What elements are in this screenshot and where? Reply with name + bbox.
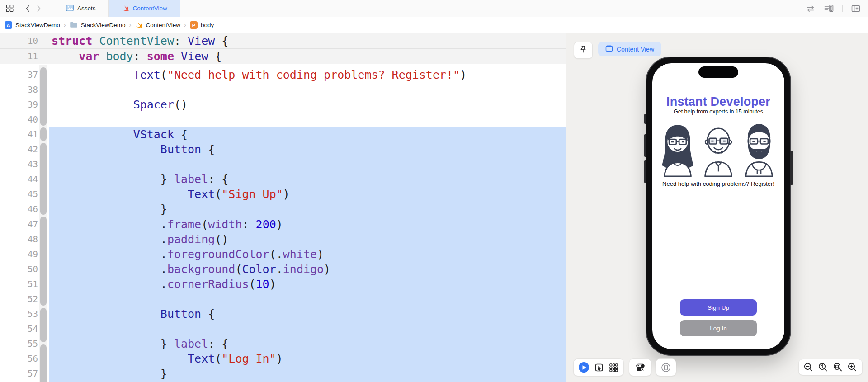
preview-target-chip[interactable]: Content View <box>598 42 661 56</box>
code-line-44[interactable]: 44 } label: { <box>0 172 566 187</box>
breadcrumb-file-label: ContentView <box>146 22 180 28</box>
device-preview-button[interactable] <box>656 358 676 376</box>
breadcrumb: A StackViewDemo › StackViewDemo › Conten… <box>0 17 868 34</box>
expert-avatars-row <box>652 120 784 177</box>
folder-icon <box>70 21 78 29</box>
line-number[interactable]: 49 <box>0 247 38 262</box>
preview-mode-group <box>573 358 624 376</box>
line-number[interactable]: 41 <box>0 127 38 142</box>
code-line-40[interactable]: 40 <box>0 112 566 127</box>
code-line-39[interactable]: 39 Spacer() <box>0 97 566 112</box>
code-line-53[interactable]: 53 Button { <box>0 307 566 321</box>
editor-options-icon[interactable] <box>824 4 834 13</box>
variants-mode-button[interactable] <box>609 363 618 373</box>
line-number[interactable]: 38 <box>0 82 38 97</box>
code-line-46[interactable]: 46 } <box>0 202 566 217</box>
swap-editors-icon[interactable] <box>806 4 816 13</box>
source-editor[interactable]: 10struct ContentView: View {11 var body:… <box>0 33 566 382</box>
pin-preview-button[interactable] <box>574 42 593 59</box>
code-line-49[interactable]: 49 .foregroundColor(.white) <box>0 247 566 262</box>
tab-contentview[interactable]: ContentView <box>109 0 180 17</box>
device-preview-icon <box>660 362 671 373</box>
line-number[interactable]: 44 <box>0 172 38 187</box>
line-number[interactable]: 57 <box>0 366 38 381</box>
line-number[interactable]: 39 <box>0 97 38 112</box>
code-line-37[interactable]: 37 Text("Need help with coding problems?… <box>0 67 566 82</box>
chevron-separator-icon: › <box>129 21 132 28</box>
add-editor-icon[interactable] <box>851 4 861 13</box>
preview-signup-button[interactable]: Sign Up <box>680 299 757 316</box>
line-number[interactable]: 51 <box>0 277 38 292</box>
code-line-52[interactable]: 52 <box>0 292 566 307</box>
avatar-bald-man-illustration <box>699 120 737 177</box>
line-number[interactable]: 42 <box>0 142 38 157</box>
line-number[interactable]: 47 <box>0 217 38 232</box>
line-number[interactable]: 53 <box>0 307 38 321</box>
play-icon <box>582 365 587 370</box>
chevron-separator-icon: › <box>64 21 66 28</box>
line-number[interactable]: 43 <box>0 157 38 172</box>
line-number[interactable]: 48 <box>0 232 38 247</box>
preview-login-button[interactable]: Log In <box>680 320 757 336</box>
code-line-50[interactable]: 50 .background(Color.indigo) <box>0 262 566 277</box>
device-settings-icon <box>635 362 646 373</box>
code-line-10[interactable]: 10struct ContentView: View { <box>0 33 566 49</box>
code-line-57[interactable]: 57 } <box>0 366 566 381</box>
swift-icon <box>135 21 143 30</box>
breadcrumb-project-label: StackViewDemo <box>15 22 60 28</box>
code-line-11[interactable]: 11 var body: some View { <box>0 49 566 64</box>
breadcrumb-file[interactable]: ContentView <box>135 21 180 30</box>
select-cursor-icon <box>594 363 604 373</box>
line-number[interactable]: 11 <box>0 49 38 64</box>
line-number[interactable]: 37 <box>0 67 38 82</box>
code-text: } label: { <box>52 336 228 351</box>
zoom-in-button[interactable] <box>847 362 858 373</box>
related-items-grid-icon[interactable] <box>5 4 14 13</box>
code-line-48[interactable]: 48 .padding() <box>0 232 566 247</box>
variants-grid-icon <box>609 363 618 373</box>
code-line-43[interactable]: 43 <box>0 157 566 172</box>
code-text: Button { <box>52 307 215 321</box>
preview-canvas: Content View Instant Developer Get help … <box>566 33 868 382</box>
line-number[interactable]: 54 <box>0 321 38 336</box>
back-chevron-icon[interactable] <box>24 5 31 13</box>
code-text: Text("Need help with coding problems? Re… <box>52 67 467 82</box>
line-number[interactable]: 46 <box>0 202 38 217</box>
code-text: Text("Sign Up") <box>52 187 290 202</box>
breadcrumb-group[interactable]: StackViewDemo <box>70 21 126 29</box>
line-number[interactable]: 56 <box>0 351 38 366</box>
breadcrumb-project[interactable]: A StackViewDemo <box>5 21 60 29</box>
zoom-fit-button[interactable] <box>833 362 843 373</box>
tab-assets[interactable]: Assets <box>53 0 109 17</box>
selectable-mode-button[interactable] <box>594 363 604 373</box>
code-text: .padding() <box>52 232 228 247</box>
zoom-in-icon <box>847 362 858 373</box>
line-number[interactable]: 10 <box>0 33 38 48</box>
line-number[interactable]: 40 <box>0 112 38 127</box>
zoom-100-button[interactable] <box>818 362 828 373</box>
volume-down-button <box>644 160 646 183</box>
code-line-54[interactable]: 54 <box>0 321 566 336</box>
code-line-47[interactable]: 47 .frame(width: 200) <box>0 217 566 232</box>
code-line-55[interactable]: 55 } label: { <box>0 336 566 351</box>
forward-chevron-icon[interactable] <box>36 5 42 13</box>
device-settings-button[interactable] <box>629 358 651 376</box>
code-line-42[interactable]: 42 Button { <box>0 142 566 157</box>
divider <box>47 5 47 12</box>
code-text: .foregroundColor(.white) <box>52 247 324 262</box>
code-line-45[interactable]: 45 Text("Sign Up") <box>0 187 566 202</box>
code-text: .frame(width: 200) <box>52 217 283 232</box>
line-number[interactable]: 50 <box>0 262 38 277</box>
code-text: Button { <box>52 142 215 157</box>
code-line-51[interactable]: 51 .cornerRadius(10) <box>0 277 566 292</box>
action-button <box>644 114 646 124</box>
zoom-out-button[interactable] <box>803 362 814 373</box>
line-number[interactable]: 55 <box>0 336 38 351</box>
code-line-38[interactable]: 38 <box>0 82 566 97</box>
line-number[interactable]: 52 <box>0 292 38 307</box>
line-number[interactable]: 45 <box>0 187 38 202</box>
code-line-41[interactable]: 41 VStack { <box>0 127 566 142</box>
breadcrumb-symbol[interactable]: P body <box>190 21 214 29</box>
live-preview-button[interactable] <box>579 362 589 373</box>
code-line-56[interactable]: 56 Text("Log In") <box>0 351 566 366</box>
